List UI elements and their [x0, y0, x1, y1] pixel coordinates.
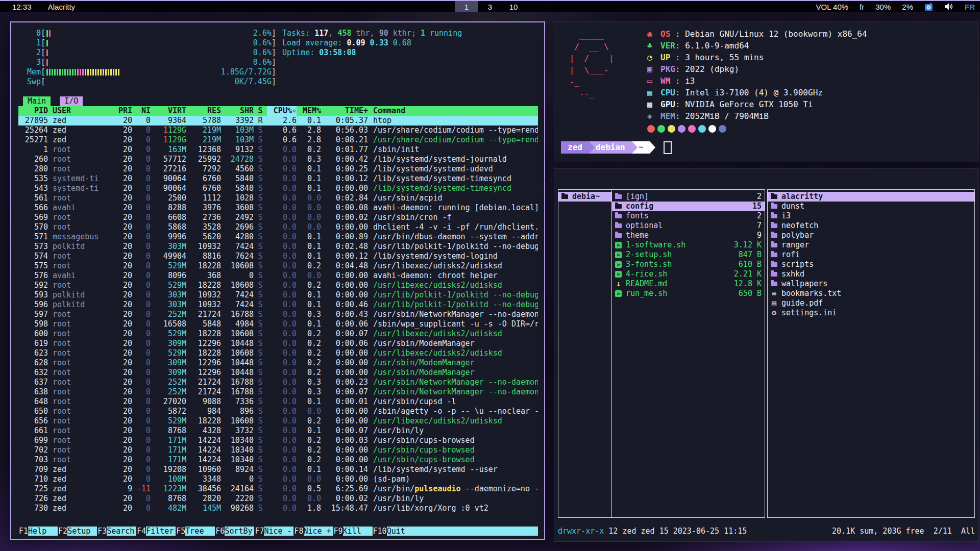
process-row[interactable]: 650root2005872984896S0.00.00:00.00/sbin/…	[18, 407, 538, 416]
process-row[interactable]: 730zed200482M145M90268S0.01.815:48.47/us…	[18, 504, 538, 513]
workspace-button-10[interactable]: 10	[502, 1, 525, 12]
process-row[interactable]: 260root200577122599224728S0.00.30:00.42/…	[18, 155, 538, 164]
process-row[interactable]: 566avahi200828839763608S0.00.00:00.08ava…	[18, 203, 538, 213]
fkey-f5[interactable]: F5Tree	[176, 527, 215, 536]
workspace-button-1[interactable]: 1	[455, 1, 478, 12]
i3-status-bar: 12:33 Alacritty 1310 VOL 40% fr 30% 2% F…	[0, 0, 980, 12]
column-header-time+[interactable]: TIME+	[321, 106, 368, 116]
fkey-f2[interactable]: F2Setup	[58, 527, 97, 536]
column-header-res[interactable]: RES	[186, 106, 221, 116]
process-row[interactable]: 725zed9-111223M3845624164S0.00.56:25.69/…	[18, 484, 538, 494]
process-row[interactable]: 623root200529M1822810608S0.00.20:00.00/u…	[18, 348, 538, 358]
process-row[interactable]: 709zed20019208109608924S0.00.10:00.14/li…	[18, 465, 538, 474]
script-file-icon: »	[615, 271, 622, 278]
process-row[interactable]: 638root200252M2172416788S0.00.30:00.07/u…	[18, 387, 538, 397]
process-row[interactable]: 597root200252M2172416788S0.00.30:00.43/u…	[18, 310, 538, 319]
file-row-debia~[interactable]: debia~	[558, 192, 611, 202]
process-row[interactable]: 702root200171M1422410340S0.00.20:00.00/u…	[18, 445, 538, 455]
file-row-alacritty[interactable]: alacritty	[768, 192, 974, 202]
process-row[interactable]: 576avahi20080963680S0.00.00:00.00avahi-d…	[18, 271, 538, 281]
fkey-f9[interactable]: F9Kill	[333, 527, 373, 536]
column-header-shr[interactable]: SHR	[221, 106, 254, 116]
file-row-settings.ini[interactable]: ⚙settings.ini	[768, 308, 974, 318]
file-row-3-fonts.sh[interactable]: »3-fonts.sh610 B	[612, 260, 765, 269]
file-row-wallpapers[interactable]: wallpapers	[768, 279, 974, 289]
process-row[interactable]: 592root200529M1822810608S0.00.20:00.00/u…	[18, 281, 538, 290]
process-row[interactable]: 574root2004990488167624S0.00.10:00.12/li…	[18, 252, 538, 261]
file-row-runme.sh[interactable]: »run_me.sh650 B	[612, 289, 765, 298]
process-row[interactable]: 543systemd-ti2009006467605840S0.00.10:00…	[18, 184, 538, 193]
fkey-f6[interactable]: F6SortBy	[215, 527, 254, 536]
process-row[interactable]: 628root200309M1229610448S0.00.20:00.00/u…	[18, 358, 538, 368]
column-header-s[interactable]: S	[254, 106, 267, 116]
process-row[interactable]: 25264zed2001129G219M103MS0.62.80:56.03/u…	[18, 126, 538, 135]
file-row-ign[interactable]: [ign]2	[612, 192, 765, 202]
file-row-optional[interactable]: optional7	[612, 221, 765, 231]
process-row[interactable]: 661root200876843283732S0.00.10:00.07/usr…	[18, 426, 538, 436]
column-header-ni[interactable]: NI	[132, 106, 151, 116]
fkey-f3[interactable]: F3Search	[97, 527, 136, 536]
process-row[interactable]: 561root200250011121028S0.00.00:02.84/usr…	[18, 193, 538, 203]
process-row[interactable]: 596polkitd200303M109327424S0.00.10:00.46…	[18, 300, 538, 310]
fkey-f4[interactable]: F4Filter	[136, 527, 176, 536]
process-row[interactable]: 637root200252M2172416788S0.00.30:00.23/u…	[18, 378, 538, 387]
process-row[interactable]: 575root200529M1822810608S0.00.20:04.48/u…	[18, 261, 538, 271]
file-row-neofetch[interactable]: neofetch	[768, 221, 974, 231]
process-row[interactable]: 619root200309M1229610448S0.00.20:00.06/u…	[18, 339, 538, 348]
process-row[interactable]: 726zed200876828202220S0.00.00:00.02/usr/…	[18, 494, 538, 504]
shell-prompt[interactable]: zeddebian~	[561, 141, 672, 154]
process-row[interactable]: 27895zed200936457883392R2.60.10:05.37hto…	[18, 116, 538, 126]
process-row[interactable]: 535systemd-ti2009006467605840S0.00.10:00…	[18, 174, 538, 184]
process-row[interactable]: 703root200171M1422410340S0.00.20:00.00/u…	[18, 455, 538, 465]
column-header-pid[interactable]: PID	[18, 106, 48, 116]
process-row[interactable]: 569root200660827362492S0.00.00:00.02/usr…	[18, 213, 538, 222]
file-row-ranger[interactable]: ranger	[768, 240, 974, 250]
fkey-f8[interactable]: F8Nice +	[293, 527, 333, 536]
file-row-README.md[interactable]: ↓README.md12.8 K	[612, 279, 765, 289]
file-row-dunst[interactable]: dunst	[768, 202, 974, 211]
file-row-4-rice.sh[interactable]: »4-rice.sh2.21 K	[612, 269, 765, 279]
column-header-command[interactable]: Command	[368, 106, 538, 116]
file-row-scripts[interactable]: scripts	[768, 260, 974, 269]
file-row-rofi[interactable]: rofi	[768, 250, 974, 260]
fkey-f1[interactable]: F1Help	[18, 527, 58, 536]
fkey-f10[interactable]: F10Quit	[373, 527, 538, 536]
process-row[interactable]: 710zed200100M33480S0.00.00:00.00(sd-pam)	[18, 474, 538, 484]
process-row[interactable]: 280root2002721672924560S0.00.10:00.25/li…	[18, 164, 538, 174]
screenshot-tray-icon[interactable]	[924, 3, 933, 11]
process-row[interactable]: 25271zed2001129G219M103MS0.62.80:08.21/u…	[18, 135, 538, 145]
file-row-2-setup.sh[interactable]: »2-setup.sh847 B	[612, 250, 765, 260]
file-row-guide.pdf[interactable]: ▤guide.pdf	[768, 298, 974, 308]
process-row[interactable]: 600root200529M1822810608S0.00.20:00.07/u…	[18, 329, 538, 339]
file-row-config[interactable]: config15	[612, 202, 765, 211]
column-header-pri[interactable]: PRI	[112, 106, 132, 116]
process-row[interactable]: 632root200309M1229610448S0.00.20:00.00/u…	[18, 368, 538, 378]
process-row[interactable]: 656root200529M1822810608S0.00.20:00.00/u…	[18, 416, 538, 426]
process-row[interactable]: 1root200163M123689132S0.00.20:01.77/sbin…	[18, 145, 538, 155]
process-row[interactable]: 699root200171M1422410340S0.00.20:00.03/u…	[18, 436, 538, 445]
process-row[interactable]: 598root2001650858484984S0.00.10:00.06/sb…	[18, 319, 538, 329]
column-header-mem[interactable]: MEM%	[297, 106, 321, 116]
process-row[interactable]: 648root2002702090887336S0.00.10:00.01/us…	[18, 397, 538, 407]
column-header-user[interactable]: USER	[48, 106, 112, 116]
file-row-fonts[interactable]: fonts2	[612, 211, 765, 221]
htop-tab-main[interactable]: Main	[23, 96, 51, 106]
fkey-f7[interactable]: F7Nice -	[254, 527, 293, 536]
file-row-polybar[interactable]: polybar	[768, 231, 974, 240]
file-row-sxhkd[interactable]: sxhkd	[768, 269, 974, 279]
volume-tray-icon[interactable]	[944, 3, 953, 11]
keyboard-layout-indicator[interactable]: FR	[965, 3, 975, 11]
process-row[interactable]: 570root200586835282696S0.00.00:00.00dhcl…	[18, 222, 538, 232]
file-row-theme[interactable]: theme9	[612, 231, 765, 240]
process-row[interactable]: 573polkitd200303M109327424S0.00.10:02.48…	[18, 242, 538, 252]
file-row-i3[interactable]: i3	[768, 211, 974, 221]
htop-tab-io[interactable]: I/O	[60, 96, 83, 106]
process-table-header[interactable]: PIDUSERPRINIVIRTRESSHRSCPU%▿MEM%TIME+Com…	[18, 106, 538, 116]
file-row-1-software.sh[interactable]: »1-software.sh3.12 K	[612, 240, 765, 250]
column-header-cpu[interactable]: CPU%▿	[267, 106, 297, 116]
workspace-button-3[interactable]: 3	[478, 1, 502, 12]
process-row[interactable]: 593polkitd200303M109327424S0.00.10:00.00…	[18, 290, 538, 300]
process-row[interactable]: 571messagebus200999656204280S0.00.10:00.…	[18, 232, 538, 242]
file-row-bookmarks.txt[interactable]: ≡bookmarks.txt	[768, 289, 974, 298]
column-header-virt[interactable]: VIRT	[151, 106, 186, 116]
